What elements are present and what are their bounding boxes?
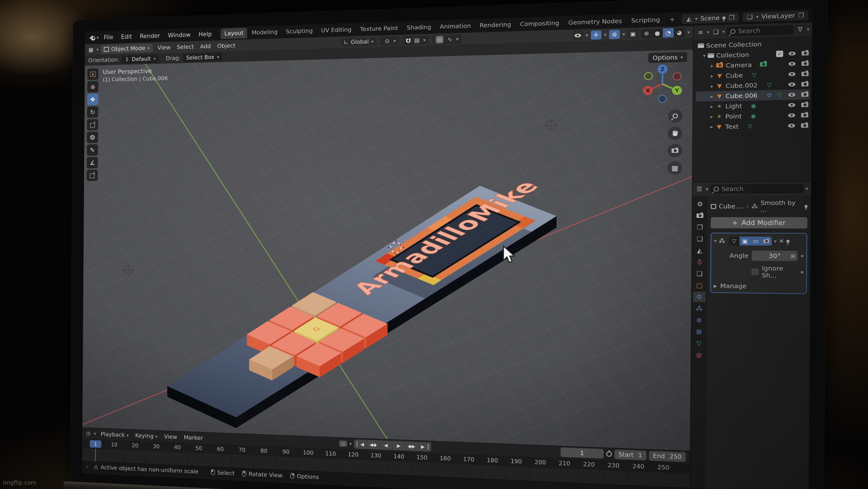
jump-end-button[interactable]: ▶▕ <box>418 442 431 452</box>
menu-render[interactable]: Render <box>137 31 163 40</box>
menu-window[interactable]: Window <box>165 30 194 40</box>
properties-tab-tool[interactable]: ⚙ <box>694 199 707 209</box>
disable-render-icon[interactable] <box>802 51 809 55</box>
tab-sculpting[interactable]: Sculpting <box>282 25 316 37</box>
add-workspace-button[interactable]: + <box>665 14 679 25</box>
blender-logo-icon[interactable] <box>88 33 97 42</box>
toggle-realtime[interactable]: ▭ <box>750 237 761 246</box>
expand-chevron-icon[interactable]: ▸ <box>710 104 713 110</box>
properties-tab-modifiers[interactable]: ⚙ <box>693 291 706 302</box>
shading-solid-button[interactable]: ● <box>652 28 663 38</box>
tab-shading[interactable]: Shading <box>403 22 435 33</box>
hide-eye-icon[interactable] <box>788 52 796 56</box>
editor-type-icon[interactable]: ▦ <box>88 46 94 53</box>
tab-texture-paint[interactable]: Texture Paint <box>356 23 402 35</box>
hide-eye-icon[interactable] <box>788 62 796 66</box>
collection-checkbox[interactable]: ✓ <box>776 51 783 57</box>
hide-eye-icon[interactable] <box>788 113 795 117</box>
hide-eye-icon[interactable] <box>788 93 795 97</box>
properties-tab-scene[interactable]: ◭ <box>693 245 706 256</box>
properties-tab-constraints[interactable]: ⊞ <box>693 326 706 337</box>
viewport-canvas[interactable]: ArmadilloMike User Perspective (1) Colle… <box>82 50 693 451</box>
snapping[interactable]: Ω ▤▾ <box>403 35 429 45</box>
tool-add-cube-button[interactable]: □+ <box>87 170 98 181</box>
toggle-on-cage[interactable]: ▣ <box>740 237 750 246</box>
expand-chevron-icon[interactable]: ▸ <box>711 93 713 99</box>
properties-tab-data[interactable]: ▽ <box>693 338 706 349</box>
proportional-editing[interactable]: ◎ ∿▾ <box>432 34 462 44</box>
outliner-editor-icon[interactable]: ≡ <box>696 28 705 36</box>
extras-chevron-icon[interactable]: ▾ <box>774 238 777 244</box>
properties-search-input[interactable]: Search <box>710 184 803 194</box>
toggle-render[interactable] <box>761 237 772 246</box>
properties-tab-output[interactable]: ❒ <box>693 222 706 233</box>
properties-tab-world[interactable]: ♁ <box>693 257 706 267</box>
animate-decorator-icon[interactable] <box>801 271 804 274</box>
expand-chevron-icon[interactable]: ▸ <box>711 83 713 89</box>
properties-tab-collection[interactable]: ❑ <box>693 268 706 279</box>
playhead[interactable] <box>95 449 96 461</box>
tab-layout[interactable]: Layout <box>221 28 247 39</box>
tool-select-box-button[interactable]: ➤ <box>87 68 98 80</box>
hide-eye-icon[interactable] <box>788 124 795 128</box>
expand-chevron-icon[interactable]: ▸ <box>710 114 713 120</box>
axis-z-negative[interactable] <box>658 95 666 103</box>
properties-tab-physics[interactable]: ⊚ <box>693 315 706 325</box>
disable-render-icon[interactable] <box>801 103 808 107</box>
viewport-menu-select[interactable]: Select <box>174 43 196 51</box>
gizmos-toggle[interactable]: ✛ <box>591 30 601 39</box>
tab-geometry-nodes[interactable]: Geometry Nodes <box>564 16 626 28</box>
tool-scale-button[interactable]: □↗ <box>87 119 98 131</box>
viewport-menu-object[interactable]: Object <box>214 42 238 50</box>
tab-rendering[interactable]: Rendering <box>476 19 515 31</box>
menu-file[interactable]: File <box>101 33 116 41</box>
expand-chevron-icon[interactable]: ▸ <box>711 73 713 79</box>
viewport-menu-add[interactable]: Add <box>197 42 214 50</box>
breadcrumb-modifier[interactable]: Smooth by ... <box>761 200 799 213</box>
tab-compositing[interactable]: Compositing <box>516 18 563 30</box>
mode-selector[interactable]: Object Mode ▾ <box>101 44 153 54</box>
collapse-chevron-icon[interactable]: › <box>86 463 88 470</box>
manage-subpanel[interactable]: ▸ Manage <box>714 282 804 290</box>
disable-render-icon[interactable] <box>801 82 809 86</box>
tool-rotate-button[interactable]: ↻ <box>87 106 98 118</box>
hide-eye-icon[interactable] <box>788 83 796 87</box>
overlays-toggle[interactable]: ⊚ <box>609 30 620 39</box>
transform-orientation[interactable]: ∟ Global ▾ <box>340 37 377 47</box>
tab-uv-editing[interactable]: UV Editing <box>317 24 355 36</box>
tab-animation[interactable]: Animation <box>436 20 475 32</box>
properties-tab-render[interactable] <box>693 210 706 221</box>
toggle-edit-mode[interactable]: ▽ <box>729 237 740 246</box>
timeline-editor-icon[interactable]: ◷ <box>85 430 92 437</box>
outliner-display-mode-icon[interactable]: ❏ <box>712 28 720 36</box>
properties-editor-icon[interactable]: ☰ <box>695 185 704 193</box>
expand-chevron-icon[interactable]: ▾ <box>703 53 706 59</box>
axis-x-negative[interactable] <box>673 73 681 80</box>
angle-value-field[interactable]: 30° ⊞ <box>752 251 798 261</box>
scene-selector[interactable]: ◭ ▾ Scene ❐ <box>682 12 739 24</box>
frame-start-field[interactable]: Start 1 <box>614 450 646 460</box>
outliner-row-light[interactable]: ▸☀Light◉ <box>696 100 810 112</box>
pin-icon[interactable] <box>786 240 790 243</box>
new-scene-icon[interactable]: ❐ <box>728 14 735 22</box>
view-layer-selector[interactable]: ❏ ▾ ViewLayer ❐ <box>743 10 809 22</box>
tool-cursor-button[interactable]: ⊕ <box>87 81 98 92</box>
delete-modifier-icon[interactable]: ✕ <box>779 238 784 245</box>
auto-keying-toggle[interactable]: ○ <box>339 440 347 447</box>
axis-y-negative[interactable] <box>645 73 652 80</box>
xray-toggle[interactable]: ▣ <box>627 29 639 38</box>
current-frame-field[interactable]: 1 <box>560 447 604 459</box>
tool-transform-button[interactable]: ❂ <box>87 132 98 143</box>
expand-chevron-icon[interactable]: ▸ <box>710 124 713 130</box>
disable-render-icon[interactable] <box>801 92 809 97</box>
timeline-menu-marker[interactable]: Marker <box>181 433 206 442</box>
menu-edit[interactable]: Edit <box>118 32 135 41</box>
tab-modeling[interactable]: Modeling <box>248 27 281 38</box>
pin-icon[interactable] <box>722 16 726 19</box>
viewport-menu-view[interactable]: View <box>155 44 174 52</box>
timeline-menu-playback[interactable]: Playback ▾ <box>98 430 131 439</box>
menu-help[interactable]: Help <box>195 30 215 39</box>
collapse-chevron-icon[interactable]: ▾ <box>714 238 716 244</box>
animate-decorator-icon[interactable] <box>801 255 804 257</box>
outliner-row-point[interactable]: ▸☀Point◉ <box>696 110 810 122</box>
